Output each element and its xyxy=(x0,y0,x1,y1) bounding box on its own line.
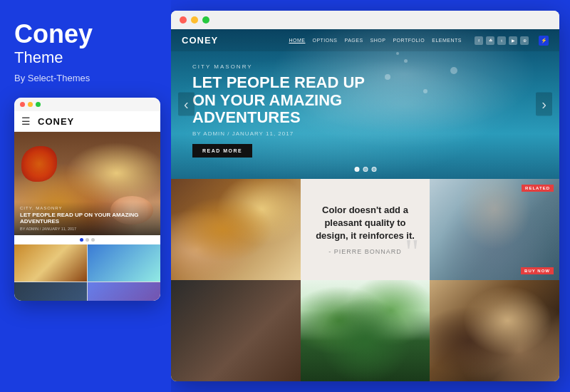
next-arrow[interactable]: › xyxy=(536,93,552,116)
youtube-icon[interactable]: ▶ xyxy=(509,36,517,45)
mobile-hero-text: CITY, MASONRY LET PEOPLE READ UP ON YOUR… xyxy=(14,202,160,235)
desktop-mockup: CONEY HOME OPTIONS PAGES SHOP PORTFOLIO … xyxy=(171,11,559,381)
desktop-dot-yellow xyxy=(191,16,198,24)
hero-title: LET PEOPLE READ UP ON YOUR AMAZING ADVEN… xyxy=(192,74,392,126)
hero-dot-2[interactable] xyxy=(363,167,368,172)
hamburger-icon: ☰ xyxy=(21,115,31,127)
nav-item-pages[interactable]: PAGES xyxy=(344,38,363,43)
nav-item-portfolio[interactable]: PORTFOLIO xyxy=(393,38,425,43)
mobile-grid-cell-2 xyxy=(88,244,160,282)
mobile-slide-dots xyxy=(14,235,160,244)
mobile-logo: CONEY xyxy=(38,116,74,127)
mobile-mockup: ☰ CONEY CITY, MASONRY LET PEOPLE READ UP… xyxy=(14,98,160,301)
read-more-button[interactable]: READ MORE xyxy=(192,144,252,158)
grid-cell-portrait xyxy=(171,280,301,381)
hero-dot-3[interactable] xyxy=(371,167,376,172)
theme-subtitle: Theme xyxy=(14,48,63,67)
hero-content: CITY MASONRY LET PEOPLE READ UP ON YOUR … xyxy=(192,63,392,158)
dot-red xyxy=(20,102,25,107)
bubble-2 xyxy=(404,59,408,63)
left-panel: Coney Theme By Select-Themes ☰ CONEY CIT… xyxy=(0,0,171,392)
quote-mark: " xyxy=(405,234,419,269)
grid-cell-quote: Color doesn't add a pleasant quality to … xyxy=(301,179,430,280)
buy-now-badge[interactable]: BUY NOW xyxy=(521,267,554,274)
mobile-grid xyxy=(14,244,160,301)
bubble-5 xyxy=(450,67,457,74)
slide-dot-3 xyxy=(91,238,95,242)
grid-cell-food xyxy=(430,280,559,381)
grid-cell-pastry xyxy=(171,179,301,280)
mobile-hero: CITY, MASONRY LET PEOPLE READ UP ON YOUR… xyxy=(14,132,160,235)
search-button[interactable]: ⚡ xyxy=(539,36,549,46)
quote-content: Color doesn't add a pleasant quality to … xyxy=(315,204,416,256)
bubble-3 xyxy=(423,89,428,93)
desktop-hero: CONEY HOME OPTIONS PAGES SHOP PORTFOLIO … xyxy=(171,29,559,179)
mobile-nav: ☰ CONEY xyxy=(14,111,160,132)
nav-item-options[interactable]: OPTIONS xyxy=(312,38,337,43)
nav-item-elements[interactable]: ELEMENTS xyxy=(432,38,462,43)
facebook-icon[interactable]: f xyxy=(475,36,483,45)
mobile-headline: LET PEOPLE READ UP ON YOUR AMAZING ADVEN… xyxy=(20,212,155,225)
twitter-icon[interactable]: t xyxy=(497,36,506,45)
mobile-meta: BY ADMIN / JANUARY 11, 2017 xyxy=(20,227,155,231)
desktop-nav: CONEY HOME OPTIONS PAGES SHOP PORTFOLIO … xyxy=(171,29,559,51)
rss-icon[interactable]: ⊕ xyxy=(520,36,529,45)
nav-social: f ☘ t ▶ ⊕ xyxy=(475,36,529,45)
mobile-grid-cell-3 xyxy=(14,282,87,301)
theme-by: By Select-Themes xyxy=(14,73,90,83)
slide-dot-1 xyxy=(80,238,83,242)
mobile-grid-cell-4 xyxy=(88,282,160,301)
grid-cell-fashion: RELATED BUY NOW xyxy=(430,179,559,280)
grid-cell-plant xyxy=(301,280,430,381)
instagram-icon[interactable]: ☘ xyxy=(486,36,494,45)
desktop-dot-green xyxy=(202,16,209,24)
nav-item-shop[interactable]: SHOP xyxy=(370,38,386,43)
bottom-grid: Color doesn't add a pleasant quality to … xyxy=(171,179,559,381)
mobile-category: CITY, MASONRY xyxy=(20,206,155,210)
dot-yellow xyxy=(28,102,33,107)
mobile-titlebar xyxy=(14,98,160,111)
hero-meta: BY ADMIN / JANUARY 11, 2017 xyxy=(192,130,392,137)
quote-author: - PIERRE BONNARD xyxy=(315,248,416,255)
mobile-grid-cell-1 xyxy=(14,244,87,282)
dot-green xyxy=(36,102,41,107)
desktop-dot-red xyxy=(180,16,187,24)
related-badge: RELATED xyxy=(522,185,554,192)
hero-slide-dots xyxy=(354,167,376,172)
hero-category: CITY MASONRY xyxy=(192,63,392,70)
prev-arrow[interactable]: ‹ xyxy=(178,93,195,116)
desktop-nav-items: HOME OPTIONS PAGES SHOP PORTFOLIO ELEMEN… xyxy=(289,36,549,46)
quote-text: Color doesn't add a pleasant quality to … xyxy=(315,204,416,243)
bubble-4 xyxy=(396,52,399,55)
desktop-titlebar xyxy=(171,11,559,29)
desktop-logo: CONEY xyxy=(182,35,218,46)
theme-name: Coney xyxy=(14,21,93,47)
slide-dot-2 xyxy=(86,238,89,242)
nav-item-home[interactable]: HOME xyxy=(289,38,305,43)
hero-dot-1[interactable] xyxy=(354,167,359,172)
